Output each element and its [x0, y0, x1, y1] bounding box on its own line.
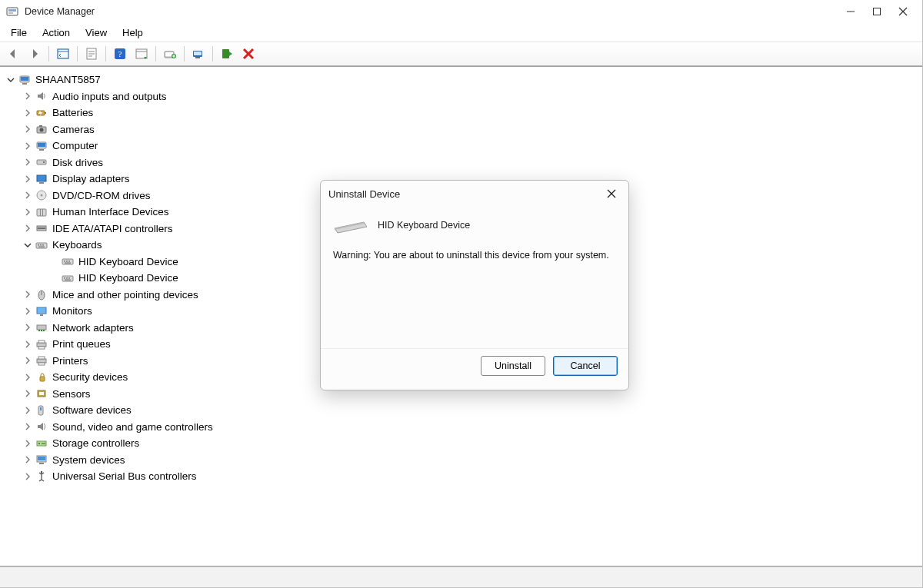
tree-category[interactable]: Disk drives	[3, 154, 919, 171]
chevron-right-icon[interactable]	[22, 420, 34, 433]
category-icon	[35, 140, 48, 152]
tree-category[interactable]: Cameras	[3, 121, 919, 138]
tree-category-label: Sound, video and game controllers	[52, 419, 213, 435]
properties-icon[interactable]	[82, 45, 102, 63]
category-icon	[35, 90, 48, 102]
spacer	[48, 272, 60, 284]
svg-rect-67	[37, 325, 46, 330]
status-bar	[0, 566, 922, 588]
close-button[interactable]	[890, 1, 916, 22]
chevron-right-icon[interactable]	[22, 222, 34, 234]
tree-category[interactable]: Batteries	[3, 105, 919, 121]
svg-text:?: ?	[118, 49, 122, 58]
svg-rect-44	[40, 209, 41, 216]
menu-help[interactable]: Help	[116, 25, 149, 40]
chevron-right-icon[interactable]	[22, 305, 34, 317]
chevron-right-icon[interactable]	[22, 453, 34, 466]
tree-category[interactable]: Sound, video and game controllers	[3, 419, 919, 436]
chevron-right-icon[interactable]	[22, 206, 34, 218]
svg-rect-43	[37, 209, 46, 216]
chevron-right-icon[interactable]	[22, 470, 34, 483]
svg-rect-54	[64, 261, 65, 262]
menu-action[interactable]: Action	[36, 25, 76, 40]
chevron-right-icon[interactable]	[22, 107, 34, 119]
svg-rect-1	[8, 9, 16, 12]
keyboard-icon	[333, 214, 367, 236]
enable-device-icon[interactable]	[217, 45, 237, 63]
scan-hardware-icon[interactable]	[188, 45, 208, 63]
chevron-right-icon[interactable]	[22, 437, 34, 450]
chevron-right-icon[interactable]	[22, 338, 34, 350]
tree-category[interactable]: Software devices	[3, 402, 919, 419]
chevron-right-icon[interactable]	[22, 321, 34, 334]
tree-category-label: Universal Serial Bus controllers	[52, 468, 197, 484]
chevron-down-icon[interactable]	[22, 239, 34, 251]
tree-category-label: Storage controllers	[52, 435, 139, 451]
window-titlebar: Device Manager	[0, 0, 922, 23]
chevron-right-icon[interactable]	[22, 288, 34, 301]
menu-view[interactable]: View	[79, 25, 113, 40]
chevron-right-icon[interactable]	[22, 371, 34, 384]
chevron-down-icon[interactable]	[5, 74, 17, 86]
forward-button[interactable]	[25, 45, 45, 63]
toolbar-separator	[155, 46, 156, 61]
chevron-right-icon[interactable]	[22, 140, 34, 152]
window-title: Device Manager	[25, 6, 838, 17]
tree-category-label: Mice and other pointing devices	[52, 287, 198, 303]
category-icon	[35, 222, 48, 234]
chevron-right-icon[interactable]	[22, 354, 34, 367]
tree-category[interactable]: Storage controllers	[3, 435, 919, 452]
app-icon	[6, 5, 18, 18]
svg-rect-73	[38, 347, 45, 349]
tree-root[interactable]: SHAANT5857	[3, 71, 919, 88]
tree-category[interactable]: Universal Serial Bus controllers	[3, 468, 919, 485]
dialog-close-button[interactable]	[602, 184, 621, 203]
tree-category[interactable]: System devices	[3, 452, 919, 469]
maximize-button[interactable]	[864, 1, 890, 22]
category-icon	[35, 321, 48, 334]
dialog-body: HID Keyboard Device Warning: You are abo…	[321, 207, 628, 348]
tree-category-label: Computer	[52, 138, 98, 154]
category-icon	[35, 189, 48, 201]
update-driver-icon[interactable]	[160, 45, 180, 63]
svg-rect-72	[38, 341, 45, 343]
chevron-right-icon[interactable]	[22, 90, 34, 102]
tree-category-label: Printers	[52, 353, 88, 369]
menubar: File Action View Help	[0, 23, 922, 42]
svg-rect-61	[68, 277, 70, 279]
tree-category-label: Security devices	[52, 369, 128, 385]
svg-point-88	[41, 471, 42, 473]
svg-rect-51	[42, 244, 44, 246]
help-icon[interactable]: ?	[110, 45, 130, 63]
chevron-right-icon[interactable]	[22, 189, 34, 201]
chevron-right-icon[interactable]	[22, 387, 34, 400]
spacer	[48, 255, 60, 267]
tree-category-label: Cameras	[52, 121, 95, 138]
show-hide-console-icon[interactable]	[53, 45, 73, 63]
svg-rect-47	[38, 228, 45, 229]
chevron-right-icon[interactable]	[22, 173, 34, 185]
category-icon	[35, 387, 48, 400]
tree-category[interactable]: Audio inputs and outputs	[3, 88, 919, 105]
action-list-icon[interactable]	[132, 45, 152, 63]
chevron-right-icon[interactable]	[22, 156, 34, 168]
svg-rect-65	[37, 307, 46, 314]
toolbar-separator	[48, 46, 49, 61]
tree-category-label: Display adapters	[52, 171, 130, 187]
svg-rect-57	[65, 263, 71, 264]
menu-file[interactable]: File	[5, 25, 33, 40]
minimize-button[interactable]	[838, 1, 864, 22]
uninstall-device-icon[interactable]	[238, 45, 258, 63]
tree-category-label: Batteries	[52, 105, 93, 121]
chevron-right-icon[interactable]	[22, 123, 34, 135]
uninstall-button[interactable]: Uninstall	[481, 356, 545, 376]
cancel-button[interactable]: Cancel	[553, 356, 618, 376]
dialog-title: Uninstall Device	[328, 188, 602, 200]
back-button[interactable]	[3, 45, 23, 63]
tree-device-label: HID Keyboard Device	[78, 254, 178, 270]
chevron-right-icon[interactable]	[22, 404, 34, 417]
svg-rect-60	[66, 277, 68, 279]
tree-category[interactable]: Computer	[3, 138, 919, 154]
svg-rect-35	[38, 143, 45, 147]
tree-category-label: Disk drives	[52, 154, 103, 171]
